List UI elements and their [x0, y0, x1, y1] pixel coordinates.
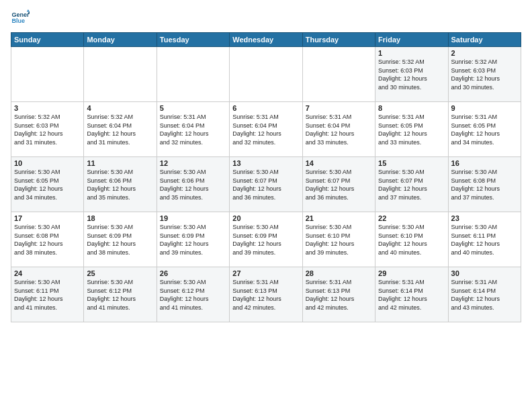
calendar-cell: 6Sunrise: 5:31 AM Sunset: 6:04 PM Daylig…	[230, 102, 302, 157]
calendar-cell: 9Sunrise: 5:31 AM Sunset: 6:05 PM Daylig…	[448, 102, 521, 157]
week-row-2: 10Sunrise: 5:30 AM Sunset: 6:05 PM Dayli…	[11, 157, 521, 212]
day-number: 5	[160, 104, 226, 112]
header-day-tuesday: Tuesday	[157, 33, 229, 47]
calendar-cell: 25Sunrise: 5:30 AM Sunset: 6:12 PM Dayli…	[84, 267, 157, 322]
header-day-friday: Friday	[375, 33, 448, 47]
calendar-cell: 22Sunrise: 5:30 AM Sunset: 6:10 PM Dayli…	[375, 212, 448, 267]
day-number: 20	[232, 214, 299, 222]
page-container: General Blue SundayMondayTuesdayWednesda…	[0, 0, 532, 328]
week-row-3: 17Sunrise: 5:30 AM Sunset: 6:08 PM Dayli…	[11, 212, 521, 267]
day-info: Sunrise: 5:31 AM Sunset: 6:05 PM Dayligh…	[378, 113, 445, 146]
day-info: Sunrise: 5:31 AM Sunset: 6:14 PM Dayligh…	[378, 278, 445, 312]
day-number: 12	[160, 159, 226, 167]
day-number: 1	[378, 49, 445, 57]
header-day-wednesday: Wednesday	[230, 33, 302, 47]
week-row-4: 24Sunrise: 5:30 AM Sunset: 6:11 PM Dayli…	[11, 267, 521, 322]
day-info: Sunrise: 5:30 AM Sunset: 6:06 PM Dayligh…	[87, 168, 153, 201]
day-number: 29	[378, 269, 445, 277]
day-number: 22	[378, 214, 445, 222]
day-info: Sunrise: 5:30 AM Sunset: 6:09 PM Dayligh…	[160, 223, 226, 257]
day-number: 6	[232, 104, 299, 112]
calendar-cell: 4Sunrise: 5:32 AM Sunset: 6:04 PM Daylig…	[84, 102, 157, 157]
day-number: 10	[14, 159, 81, 167]
calendar-cell: 11Sunrise: 5:30 AM Sunset: 6:06 PM Dayli…	[84, 157, 157, 212]
day-info: Sunrise: 5:31 AM Sunset: 6:04 PM Dayligh…	[232, 113, 299, 146]
calendar-cell	[302, 47, 375, 102]
day-number: 19	[160, 214, 226, 222]
day-info: Sunrise: 5:31 AM Sunset: 6:13 PM Dayligh…	[232, 278, 299, 312]
logo-icon: General Blue	[11, 8, 30, 27]
day-number: 17	[14, 214, 81, 222]
day-number: 4	[87, 104, 153, 112]
day-number: 27	[232, 269, 299, 277]
calendar-cell: 19Sunrise: 5:30 AM Sunset: 6:09 PM Dayli…	[157, 212, 229, 267]
day-number: 30	[451, 269, 518, 277]
calendar-cell: 28Sunrise: 5:31 AM Sunset: 6:13 PM Dayli…	[302, 267, 375, 322]
day-info: Sunrise: 5:31 AM Sunset: 6:04 PM Dayligh…	[306, 113, 372, 146]
day-number: 13	[232, 159, 299, 167]
calendar-cell: 12Sunrise: 5:30 AM Sunset: 6:06 PM Dayli…	[157, 157, 229, 212]
day-info: Sunrise: 5:30 AM Sunset: 6:07 PM Dayligh…	[232, 168, 299, 201]
day-number: 8	[378, 104, 445, 112]
header-row: SundayMondayTuesdayWednesdayThursdayFrid…	[11, 33, 521, 47]
calendar-table: SundayMondayTuesdayWednesdayThursdayFrid…	[11, 32, 521, 322]
logo: General Blue	[11, 8, 34, 27]
calendar-cell: 13Sunrise: 5:30 AM Sunset: 6:07 PM Dayli…	[230, 157, 302, 212]
day-number: 16	[451, 159, 518, 167]
calendar-cell: 1Sunrise: 5:32 AM Sunset: 6:03 PM Daylig…	[375, 47, 448, 102]
day-info: Sunrise: 5:32 AM Sunset: 6:04 PM Dayligh…	[87, 113, 153, 146]
day-info: Sunrise: 5:30 AM Sunset: 6:08 PM Dayligh…	[14, 223, 81, 257]
day-number: 3	[14, 104, 81, 112]
day-info: Sunrise: 5:30 AM Sunset: 6:05 PM Dayligh…	[14, 168, 81, 201]
day-info: Sunrise: 5:30 AM Sunset: 6:12 PM Dayligh…	[87, 278, 153, 312]
day-number: 7	[306, 104, 372, 112]
day-info: Sunrise: 5:30 AM Sunset: 6:07 PM Dayligh…	[378, 168, 445, 201]
header-day-sunday: Sunday	[11, 33, 84, 47]
day-info: Sunrise: 5:30 AM Sunset: 6:10 PM Dayligh…	[306, 223, 372, 257]
day-info: Sunrise: 5:30 AM Sunset: 6:08 PM Dayligh…	[451, 168, 518, 201]
day-info: Sunrise: 5:30 AM Sunset: 6:12 PM Dayligh…	[160, 278, 226, 312]
day-info: Sunrise: 5:32 AM Sunset: 6:03 PM Dayligh…	[14, 113, 81, 146]
day-info: Sunrise: 5:32 AM Sunset: 6:03 PM Dayligh…	[378, 58, 445, 91]
day-info: Sunrise: 5:32 AM Sunset: 6:03 PM Dayligh…	[451, 58, 518, 91]
calendar-cell: 17Sunrise: 5:30 AM Sunset: 6:08 PM Dayli…	[11, 212, 84, 267]
calendar-cell	[230, 47, 302, 102]
calendar-cell: 10Sunrise: 5:30 AM Sunset: 6:05 PM Dayli…	[11, 157, 84, 212]
calendar-cell: 3Sunrise: 5:32 AM Sunset: 6:03 PM Daylig…	[11, 102, 84, 157]
week-row-1: 3Sunrise: 5:32 AM Sunset: 6:03 PM Daylig…	[11, 102, 521, 157]
day-number: 2	[451, 49, 518, 57]
header-day-saturday: Saturday	[448, 33, 521, 47]
day-info: Sunrise: 5:30 AM Sunset: 6:09 PM Dayligh…	[232, 223, 299, 257]
calendar-cell: 16Sunrise: 5:30 AM Sunset: 6:08 PM Dayli…	[448, 157, 521, 212]
week-row-0: 1Sunrise: 5:32 AM Sunset: 6:03 PM Daylig…	[11, 47, 521, 102]
svg-text:General: General	[11, 11, 30, 18]
day-number: 21	[306, 214, 372, 222]
day-number: 14	[306, 159, 372, 167]
calendar-cell: 24Sunrise: 5:30 AM Sunset: 6:11 PM Dayli…	[11, 267, 84, 322]
day-number: 26	[160, 269, 226, 277]
day-number: 18	[87, 214, 153, 222]
header: General Blue	[11, 8, 521, 27]
day-number: 28	[306, 269, 372, 277]
day-info: Sunrise: 5:30 AM Sunset: 6:11 PM Dayligh…	[14, 278, 81, 312]
calendar-cell: 26Sunrise: 5:30 AM Sunset: 6:12 PM Dayli…	[157, 267, 229, 322]
day-number: 15	[378, 159, 445, 167]
header-day-thursday: Thursday	[302, 33, 375, 47]
day-info: Sunrise: 5:30 AM Sunset: 6:10 PM Dayligh…	[378, 223, 445, 257]
day-number: 23	[451, 214, 518, 222]
calendar-cell: 8Sunrise: 5:31 AM Sunset: 6:05 PM Daylig…	[375, 102, 448, 157]
calendar-cell: 29Sunrise: 5:31 AM Sunset: 6:14 PM Dayli…	[375, 267, 448, 322]
day-info: Sunrise: 5:30 AM Sunset: 6:09 PM Dayligh…	[87, 223, 153, 257]
calendar-cell	[11, 47, 84, 102]
calendar-cell: 20Sunrise: 5:30 AM Sunset: 6:09 PM Dayli…	[230, 212, 302, 267]
calendar-cell: 14Sunrise: 5:30 AM Sunset: 6:07 PM Dayli…	[302, 157, 375, 212]
day-number: 9	[451, 104, 518, 112]
day-info: Sunrise: 5:31 AM Sunset: 6:05 PM Dayligh…	[451, 113, 518, 146]
day-info: Sunrise: 5:30 AM Sunset: 6:11 PM Dayligh…	[451, 223, 518, 257]
calendar-cell	[157, 47, 229, 102]
calendar-cell: 15Sunrise: 5:30 AM Sunset: 6:07 PM Dayli…	[375, 157, 448, 212]
calendar-cell: 7Sunrise: 5:31 AM Sunset: 6:04 PM Daylig…	[302, 102, 375, 157]
calendar-cell	[84, 47, 157, 102]
calendar-cell: 18Sunrise: 5:30 AM Sunset: 6:09 PM Dayli…	[84, 212, 157, 267]
day-number: 24	[14, 269, 81, 277]
